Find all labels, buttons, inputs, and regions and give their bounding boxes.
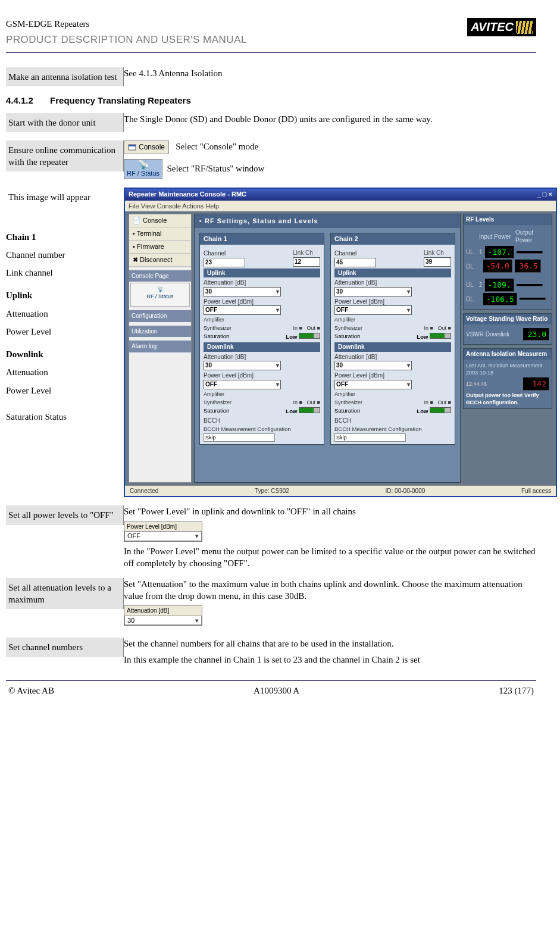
doc-title: PRODUCT DESCRIPTION AND USER'S MANUAL <box>6 33 247 47</box>
chain1-uplink-header: Uplink <box>204 268 320 278</box>
chain1-bcch-dropdown[interactable]: Skip <box>204 433 275 442</box>
bars-icon <box>299 333 320 339</box>
attenuation-field-label: Attenuation [dB] <box>124 606 202 616</box>
bars-icon <box>430 333 451 339</box>
chain2-channel-input[interactable]: 45 <box>334 258 376 267</box>
chain1-ul-pl-dropdown[interactable]: OFF <box>204 305 281 315</box>
attenuation-field-value[interactable]: 30 <box>124 616 202 626</box>
window-menubar[interactable]: File View Console Actions Help <box>125 201 556 211</box>
rf-ul2-op <box>517 284 543 286</box>
chain2-linkch-label: Link Ch <box>424 249 451 257</box>
power-level-field-image: Power Level [dBm] OFF <box>124 522 202 542</box>
chain1-dl-att-label: Attenuation [dB] <box>204 353 320 361</box>
chain2-ul-att-dropdown[interactable]: 30 <box>334 287 412 296</box>
chain2-ul-att-label: Attenuation [dB] <box>334 279 451 287</box>
set-power-p2: In the "Power Level" menu the output pow… <box>124 545 536 570</box>
label-power-level-dl: Power Level <box>6 385 120 396</box>
chain2-downlink-header: Downlink <box>334 342 451 352</box>
console-mode-button[interactable]: Console <box>124 141 169 154</box>
status-connected: Connected <box>130 487 158 495</box>
window-title: Repeater Maintenance Console - RMC <box>129 190 246 199</box>
chain1-channel-label: Channel <box>204 249 245 258</box>
bars-icon <box>430 407 451 413</box>
logo-stripes-icon <box>516 21 533 34</box>
footer-rule <box>6 680 536 681</box>
nav-firmware[interactable]: ▪ Firmware <box>129 241 191 254</box>
nav-console-page: Console Page <box>129 270 191 282</box>
chain1-linkch-input[interactable]: 12 <box>293 257 320 267</box>
label-link-channel: Link channel <box>6 267 120 279</box>
chain2-dl-pl-dropdown[interactable]: OFF <box>334 380 412 389</box>
chain1-channel-input[interactable]: 23 <box>204 258 245 267</box>
chain2-ul-pl-dropdown[interactable]: OFF <box>334 305 412 315</box>
chain1-ul-att-dropdown[interactable]: 30 <box>204 287 281 296</box>
attenuation-field-image: Attenuation [dB] 30 <box>124 605 202 626</box>
antenna-icon: 📡 <box>127 161 159 169</box>
footer-docnum: A1009300 A <box>254 685 299 697</box>
label-channel-number: Channel number <box>6 249 120 261</box>
chain1-bcch-cfg-label: BCCH Measurement Configuration <box>204 426 320 433</box>
vswr-value: 23.0 <box>523 328 549 341</box>
step-start-donor-text: The Single Donor (SD) and Double Donor (… <box>124 113 536 125</box>
set-channels-p2: In this example the channel in Chain 1 i… <box>124 654 536 666</box>
footer-page: 123 (177) <box>499 685 534 697</box>
chain1-linkch-label: Link Ch <box>293 249 320 257</box>
chain1-downlink-header: Downlink <box>204 342 320 352</box>
rf-levels-header: RF Levels <box>464 214 552 225</box>
console-icon <box>128 144 136 151</box>
nav-terminal[interactable]: ▪ Terminal <box>129 227 191 241</box>
chain1-ul-att-label: Attenuation [dB] <box>204 279 320 287</box>
chain2-dl-att-label: Attenuation [dB] <box>334 353 451 361</box>
page-footer: © Avitec AB A1009300 A 123 (177) <box>6 685 536 701</box>
header-rule <box>6 52 536 53</box>
status-id: ID: 00-00-0000 <box>386 487 426 495</box>
chain2-dl-att-dropdown[interactable]: 30 <box>334 361 412 370</box>
nav-alarm-log[interactable]: Alarm log <box>129 341 191 352</box>
rf-ul2-ip: -109. <box>485 279 514 292</box>
ant-note: Output power too low! Verify BCCH config… <box>466 392 549 406</box>
chain2-linkch-input[interactable]: 39 <box>424 257 451 267</box>
chain2-ul-pl-label: Power Level [dBm] <box>334 298 451 306</box>
section-title: Frequency Translating Repeaters <box>50 95 191 105</box>
label-power-level-ul: Power Level <box>6 326 120 338</box>
chain1-dl-att-dropdown[interactable]: 30 <box>204 361 281 370</box>
section-heading: 4.4.1.2 Frequency Translating Repeaters <box>6 95 536 107</box>
bars-icon <box>299 407 320 413</box>
chain1-dl-pl-dropdown[interactable]: OFF <box>204 380 281 389</box>
rf-dl2-ip: -106.5 <box>483 293 517 306</box>
window-controls[interactable]: _ □ × <box>537 190 552 199</box>
status-access: Full access <box>521 487 551 495</box>
vswr-box: Voltage Standing Wave Ratio VSWR Downlin… <box>463 313 552 345</box>
label-uplink: Uplink <box>6 289 120 301</box>
window-titlebar: Repeater Maintenance Console - RMC _ □ × <box>125 189 556 201</box>
chain2-dl-pl-label: Power Level [dBm] <box>334 371 451 380</box>
product-line: GSM-EDGE Repeaters <box>6 18 247 30</box>
vswr-header: Voltage Standing Wave Ratio <box>464 314 552 324</box>
left-panel: 📄 Console ▪ Terminal ▪ Firmware ✖ Discon… <box>129 214 192 483</box>
step-set-power: Set all power levels to "OFF" <box>6 505 124 524</box>
chain1-ul-saturation: SaturationLow <box>204 333 320 341</box>
rf-status-tile[interactable]: 📡RF / Status <box>130 283 190 307</box>
antenna-isolation-header: Antenna Isolation Measurem <box>464 349 552 360</box>
step-start-donor: Start with the donor unit <box>6 113 124 132</box>
nav-disconnect[interactable]: ✖ Disconnect <box>129 254 191 267</box>
svg-rect-1 <box>129 145 136 146</box>
label-downlink: Downlink <box>6 348 120 360</box>
chain2-bcch-dropdown[interactable]: Skip <box>334 433 406 442</box>
rf-ul1-op <box>517 251 543 254</box>
section-number: 4.4.1.2 <box>6 95 33 105</box>
chain2-header: Chain 2 <box>334 235 358 243</box>
power-level-field-label: Power Level [dBm] <box>124 522 202 532</box>
rf-status-text: Select "RF/Status" window <box>167 163 265 173</box>
step-set-channels: Set channel numbers <box>6 638 124 657</box>
power-level-field-value[interactable]: OFF <box>124 531 202 541</box>
step-image-appear: This image will appear <box>6 188 120 207</box>
nav-console[interactable]: 📄 Console <box>129 214 191 227</box>
rf-status-button[interactable]: 📡 RF / Status <box>124 159 162 180</box>
rf-dl2-op <box>520 298 546 300</box>
chain2-bcch: BCCH <box>334 417 451 425</box>
step-antenna-isolation-text: See 4.1.3 Antenna Isolation <box>124 67 536 79</box>
nav-configuration[interactable]: Configuration <box>129 310 191 322</box>
nav-utilization[interactable]: Utilization <box>129 326 191 338</box>
rf-dl1-op: 36.5 <box>515 260 541 273</box>
